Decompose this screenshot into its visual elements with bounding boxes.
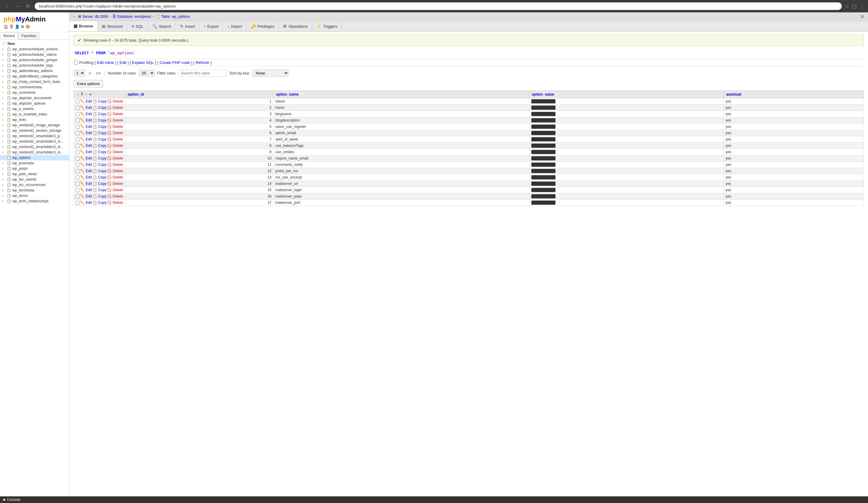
tree-item-20[interactable]: - 📋 wp_options	[0, 155, 69, 161]
theme-icon[interactable]: 🎨	[25, 24, 30, 29]
tab-privileges[interactable]: 🔑 Privileges	[247, 21, 279, 31]
page-next-button[interactable]: >	[87, 70, 92, 76]
tree-item-17[interactable]: + 📋 wp_nextend2_smartslider3_sl...	[0, 139, 69, 144]
tree-item-7[interactable]: + 📋 wp_commentmeta	[0, 84, 69, 90]
row-checkbox[interactable]	[76, 182, 80, 186]
delete-link[interactable]: 🚫 Delete	[107, 124, 123, 129]
row-checkbox[interactable]	[76, 144, 80, 148]
row-checkbox[interactable]	[76, 169, 80, 173]
edit-link[interactable]: ✏️ Edit	[80, 163, 92, 167]
row-checkbox[interactable]	[76, 100, 80, 103]
tree-item-9[interactable]: + 📋 wp_depicter_documents	[0, 95, 69, 101]
copy-link[interactable]: 📋 Copy	[93, 144, 106, 148]
tab-export[interactable]: ↑ Export	[199, 21, 223, 31]
row-checkbox[interactable]	[76, 137, 80, 142]
delete-link[interactable]: 🚫 Delete	[107, 131, 123, 135]
delete-link[interactable]: 🚫 Delete	[107, 194, 123, 198]
reload-button[interactable]: ↻	[24, 3, 32, 10]
delete-link[interactable]: 🚫 Delete	[107, 182, 123, 186]
edit-link[interactable]: ✏️ Edit	[80, 118, 92, 122]
edit-link[interactable]: ✏️ Edit	[80, 169, 92, 173]
delete-link[interactable]: 🚫 Delete	[107, 137, 123, 142]
tree-item-0[interactable]: + 📋 wp_actionscheduler_actions	[0, 47, 69, 52]
sidebar-tab-favorites[interactable]: Favorites	[18, 32, 40, 40]
tree-item-16[interactable]: + 📋 wp_nextend2_smartslider3_g...	[0, 133, 69, 139]
tab-triggers[interactable]: ⚡ Triggers	[312, 21, 342, 31]
edit-link[interactable]: ✏️ Edit	[80, 150, 92, 154]
tab-insert[interactable]: ✎ Insert	[176, 21, 199, 31]
tree-item-14[interactable]: + 📋 wp_nextend2_image_storage	[0, 122, 69, 128]
back-arrow-icon[interactable]: ←	[73, 14, 76, 19]
copy-link[interactable]: 📋 Copy	[93, 201, 106, 205]
sidebar-tab-recent[interactable]: Recent	[0, 32, 18, 40]
row-checkbox[interactable]	[76, 163, 80, 167]
edit-link[interactable]: ✏️ Edit	[80, 105, 92, 110]
row-checkbox[interactable]	[76, 156, 80, 161]
window-icon[interactable]: ▢	[852, 3, 857, 9]
copy-link[interactable]: 📋 Copy	[93, 118, 106, 122]
edit-link[interactable]: ✏️ Edit	[80, 131, 92, 135]
edit-link[interactable]: ✏️ Edit	[80, 194, 92, 198]
tree-item-13[interactable]: + 📋 wp_links	[0, 117, 69, 122]
edit-link[interactable]: ✏️ Edit	[80, 201, 92, 205]
copy-link[interactable]: 📋 Copy	[93, 137, 106, 142]
edit-link[interactable]: ✏️ Edit	[80, 144, 92, 148]
copy-link[interactable]: 📋 Copy	[93, 99, 106, 103]
row-checkbox[interactable]	[76, 112, 80, 116]
tree-item-24[interactable]: + 📋 wp_tec_events	[0, 177, 69, 182]
tree-item-3[interactable]: + 📋 wp_actionscheduler_logs	[0, 63, 69, 68]
edit-link[interactable]: ✏️ Edit	[80, 175, 92, 179]
tree-item-15[interactable]: + 📋 wp_nextend2_section_storage	[0, 128, 69, 133]
menu-icon[interactable]: ⋮	[860, 3, 865, 9]
back-button[interactable]: ←	[3, 3, 12, 10]
tree-item-8[interactable]: + 📋 wp_comments	[0, 90, 69, 95]
th-option-name[interactable]: option_name	[273, 91, 529, 98]
row-checkbox[interactable]	[76, 125, 80, 129]
copy-link[interactable]: 📋 Copy	[93, 188, 106, 192]
forward-button[interactable]: →	[14, 3, 22, 10]
delete-link[interactable]: 🚫 Delete	[107, 169, 123, 173]
edit-link[interactable]: ✏️ Edit	[80, 156, 92, 161]
sort-autoload-link[interactable]: autoload	[726, 92, 741, 96]
db-icon[interactable]: 🗄	[10, 24, 13, 29]
profiling-checkbox[interactable]	[74, 61, 78, 64]
settings-icon-bar[interactable]: ⚙	[860, 14, 865, 19]
tab-sql[interactable]: ≡ SQL	[127, 21, 148, 31]
copy-link[interactable]: 📋 Copy	[93, 124, 106, 129]
delete-link[interactable]: 🚫 Delete	[107, 112, 123, 116]
tree-item-new[interactable]: 📄 New	[0, 41, 69, 47]
settings-icon[interactable]: ⚙	[21, 24, 24, 29]
delete-link[interactable]: 🚫 Delete	[107, 99, 123, 103]
delete-link[interactable]: 🚫 Delete	[107, 175, 123, 179]
copy-link[interactable]: 📋 Copy	[93, 194, 106, 198]
delete-link[interactable]: 🚫 Delete	[107, 150, 123, 154]
breadcrumb-database[interactable]: 🗄 Database: wordpress	[112, 14, 151, 19]
tree-item-4[interactable]: + 📋 wp_addonlibrary_addons	[0, 68, 69, 74]
tree-item-2[interactable]: + 📋 wp_actionscheduler_groups	[0, 57, 69, 63]
rows-select[interactable]: 25 50 100	[139, 70, 155, 76]
copy-link[interactable]: 📋 Copy	[93, 131, 106, 135]
sort-option-value-link[interactable]: option_value	[532, 92, 554, 96]
breadcrumb-table[interactable]: 📋 Table: wp_options	[156, 14, 190, 19]
tree-item-25[interactable]: + 📋 wp_tec_occurrences	[0, 182, 69, 187]
delete-link[interactable]: 🚫 Delete	[107, 201, 123, 205]
row-checkbox[interactable]	[76, 195, 80, 198]
delete-link[interactable]: 🚫 Delete	[107, 163, 123, 167]
address-bar[interactable]: localhost:8080/index.php?route=/sql&pos=…	[35, 2, 842, 10]
breadcrumb-server[interactable]: 🖥 Server: db:3306	[78, 14, 108, 19]
copy-link[interactable]: 📋 Copy	[93, 156, 106, 161]
tree-item-1[interactable]: + 📋 wp_actionscheduler_claims	[0, 52, 69, 57]
home-icon[interactable]: 🏠	[3, 24, 8, 29]
sort-select[interactable]: None	[252, 69, 289, 77]
tree-item-6[interactable]: + 📋 wp_chaty_contact_form_lead...	[0, 79, 69, 84]
edit-link[interactable]: ✏️ Edit	[80, 112, 92, 116]
edit-link[interactable]: ✏️ Edit	[80, 124, 92, 129]
tree-item-27[interactable]: + 📋 wp_terms	[0, 193, 69, 198]
edit-link[interactable]: Edit	[120, 60, 126, 65]
star-icon[interactable]: ☆	[845, 3, 849, 9]
row-checkbox[interactable]	[76, 201, 80, 205]
edit-link[interactable]: ✏️ Edit	[80, 137, 92, 142]
row-checkbox[interactable]	[76, 175, 80, 179]
row-checkbox[interactable]	[76, 188, 80, 192]
tree-item-21[interactable]: + 📋 wp_postmeta	[0, 161, 69, 166]
